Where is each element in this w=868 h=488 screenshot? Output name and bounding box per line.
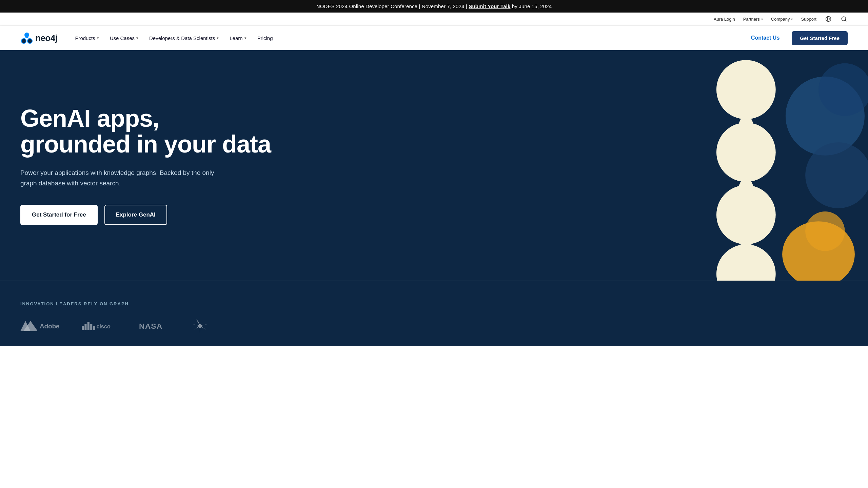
announcement-banner: NODES 2024 Online Developer Conference |… [0, 0, 868, 13]
support-link[interactable]: Support [801, 17, 816, 22]
svg-rect-27 [90, 324, 92, 330]
company-link[interactable]: Company ▾ [771, 17, 793, 22]
partners-link[interactable]: Partners ▾ [743, 17, 763, 22]
nav-developers[interactable]: Developers & Data Scientists ▾ [145, 33, 223, 44]
partners-chevron-icon: ▾ [761, 17, 763, 21]
nbc-logo-svg [190, 318, 210, 334]
globe-icon [825, 16, 831, 22]
hero-decorative-graphic [631, 50, 868, 281]
nav-right-group: Contact Us Get Started Free [744, 31, 848, 45]
svg-point-6 [27, 39, 32, 43]
get-started-free-button[interactable]: Get Started Free [792, 31, 848, 45]
svg-rect-25 [84, 324, 86, 330]
innovation-label: INNOVATION LEADERS RELY ON GRAPH [20, 301, 848, 306]
hero-explore-button[interactable]: Explore GenAI [104, 205, 167, 225]
svg-line-8 [27, 37, 30, 39]
innovation-section: INNOVATION LEADERS RELY ON GRAPH Adobe c… [0, 281, 868, 346]
hero-get-started-button[interactable]: Get Started for Free [20, 205, 98, 225]
hero-section: GenAI apps, grounded in your data Power … [0, 50, 868, 281]
use-cases-chevron-icon: ▾ [136, 36, 138, 40]
nav-use-cases[interactable]: Use Cases ▾ [106, 33, 142, 44]
adobe-logo: Adobe [20, 320, 61, 332]
svg-text:cisco: cisco [96, 323, 110, 330]
company-logos-row: Adobe cisco NASA [20, 320, 848, 346]
svg-point-14 [716, 123, 776, 182]
adobe-logo-svg: Adobe [20, 320, 61, 332]
svg-rect-26 [87, 322, 90, 330]
svg-text:NASA: NASA [139, 322, 162, 330]
hero-title: GenAI apps, grounded in your data [20, 106, 271, 157]
developers-chevron-icon: ▾ [217, 36, 219, 40]
nav-links-group: Products ▾ Use Cases ▾ Developers & Data… [71, 33, 277, 44]
contact-us-button[interactable]: Contact Us [744, 32, 786, 44]
products-chevron-icon: ▾ [97, 36, 99, 40]
nbc-logo [190, 320, 210, 332]
learn-chevron-icon: ▾ [244, 36, 246, 40]
svg-rect-24 [82, 326, 84, 330]
hero-cta-group: Get Started for Free Explore GenAI [20, 205, 271, 225]
nav-pricing[interactable]: Pricing [253, 33, 277, 44]
banner-text-prefix: NODES 2024 Online Developer Conference |… [316, 3, 469, 9]
svg-point-16 [716, 185, 776, 244]
nav-left-group: neo4j Products ▾ Use Cases ▾ Developers … [20, 32, 277, 44]
nav-learn[interactable]: Learn ▾ [225, 33, 250, 44]
svg-rect-28 [93, 326, 95, 330]
banner-text-suffix: by June 15, 2024 [510, 3, 552, 9]
hero-subtitle: Power your applications with knowledge g… [20, 168, 231, 188]
cisco-logo-svg: cisco [81, 320, 119, 332]
company-chevron-icon: ▾ [791, 17, 793, 21]
search-icon [841, 16, 847, 22]
banner-link[interactable]: Submit Your Talk [469, 3, 510, 9]
nav-products[interactable]: Products ▾ [71, 33, 103, 44]
svg-text:Adobe: Adobe [40, 323, 60, 330]
logo-icon [20, 32, 33, 44]
svg-point-5 [21, 39, 26, 43]
nasa-logo: NASA [139, 320, 170, 332]
aura-login-link[interactable]: Aura Login [714, 17, 735, 22]
hero-content: GenAI apps, grounded in your data Power … [20, 106, 271, 225]
svg-point-18 [716, 244, 776, 281]
svg-line-3 [845, 20, 846, 21]
logo[interactable]: neo4j [20, 32, 57, 44]
primary-navigation: neo4j Products ▾ Use Cases ▾ Developers … [0, 26, 868, 50]
svg-point-20 [805, 211, 845, 251]
svg-point-31 [198, 324, 202, 328]
svg-point-12 [716, 60, 776, 119]
cisco-logo: cisco [81, 320, 119, 332]
svg-point-4 [24, 33, 29, 37]
secondary-navigation: Aura Login Partners ▾ Company ▾ Support [0, 13, 868, 26]
svg-line-7 [24, 37, 27, 39]
globe-button[interactable] [825, 15, 832, 23]
hero-graphic-svg [631, 50, 868, 281]
nasa-logo-svg: NASA [139, 320, 170, 332]
search-button[interactable] [840, 15, 848, 23]
